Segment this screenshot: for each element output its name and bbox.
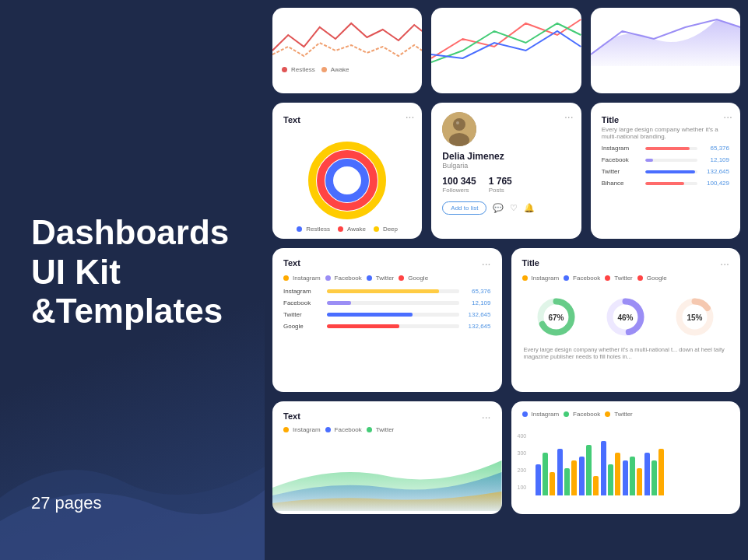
left-panel: Dashboards UI Kit &Templates 27 pages: [0, 0, 265, 560]
concentric-inner: Text ···: [272, 103, 422, 135]
main-title: Dashboards UI Kit &Templates: [31, 213, 234, 331]
bar-progress-title: Text: [283, 258, 300, 268]
right-area: Restless Awake: [265, 0, 748, 560]
multiline-chart: [431, 8, 581, 66]
svg-point-3: [338, 171, 356, 190]
profile-location: Bulgaria: [442, 162, 570, 170]
legend-awake: Awake: [321, 66, 349, 73]
social-rows-sm: Instagram 65,376 Facebook 12,109 Twitter…: [602, 145, 729, 187]
concentric-container: [272, 142, 422, 219]
svg-point-5: [453, 118, 465, 131]
donut-legend: Instagram Facebook Twitter Google: [522, 275, 730, 282]
wave-chart-card: Restless Awake: [272, 8, 422, 93]
donut-subtitle: Every large design company whether it's …: [522, 346, 730, 360]
bar-chart-inner: Instagram Facebook Twitter: [511, 401, 741, 433]
donut-67: 67%: [535, 296, 578, 338]
svg-text:67%: 67%: [549, 313, 564, 322]
social-subtitle-sm: Every large design company whether it's …: [602, 126, 729, 140]
profile-stats: 100 345 Followers 1 765 Posts: [442, 176, 570, 194]
area-chart-top: [591, 8, 740, 66]
donut-15: 15%: [673, 296, 716, 338]
row0-charts: Restless Awake: [272, 8, 740, 93]
multiline-chart-card: [431, 8, 581, 93]
restless-dot: [282, 67, 287, 72]
concentric-svg: [308, 142, 386, 219]
bar-progress-row: Facebook 12,109: [283, 299, 491, 306]
wave-legend: Restless Awake: [272, 66, 422, 79]
bar-progress-row: Twitter 132,645: [283, 311, 491, 318]
social-row-item: Twitter 132,645: [602, 168, 729, 175]
message-icon[interactable]: 💬: [493, 203, 504, 213]
bar-chart-legend: Instagram Facebook Twitter: [522, 411, 730, 418]
bar-progress-row: Google 132,645: [283, 323, 491, 330]
concentric-legend: Restless Awake Deep: [272, 226, 422, 239]
donut-46: 46%: [604, 296, 647, 338]
legend-deep-c: Deep: [374, 226, 398, 233]
donut-inner: Title ··· Instagram Facebook Twitter Goo…: [511, 248, 741, 369]
area-legend: Instagram Facebook Twitter: [283, 426, 491, 433]
social-row-item: Bihance 100,429: [602, 180, 729, 187]
concentric-card: Text ··· Restless Awake: [272, 103, 422, 239]
area-card-inner: Text ··· Instagram Facebook Twitter: [272, 401, 502, 449]
area-chart-card-top: [591, 8, 740, 93]
heart-icon[interactable]: ♡: [510, 203, 518, 213]
social-menu-sm[interactable]: ···: [723, 110, 732, 123]
profile-name: Delia Jimenez: [442, 151, 570, 162]
restless-label: Restless: [291, 66, 315, 73]
bar-progress-inner: Text ··· Instagram Facebook Twitter Goog…: [272, 248, 502, 344]
social-title-sm: Title: [602, 115, 619, 124]
donut-title: Title: [522, 258, 539, 268]
bar-chart-container: 400 300 200 100: [511, 433, 741, 495]
pages-label: 27 pages: [31, 493, 102, 513]
row1-cards: Text ··· Restless Awake: [272, 103, 740, 239]
profile-actions: Add to list 💬 ♡ 🔔: [442, 201, 570, 215]
concentric-title: Text: [283, 115, 300, 124]
row3-cards: Text ··· Instagram Facebook Twitter: [272, 401, 740, 514]
profile-card: ··· Delia Jimenez Bulgaria 100 345 Fo: [431, 103, 581, 239]
bar-progress-row: Instagram 65,376: [283, 288, 491, 295]
profile-inner: ··· Delia Jimenez Bulgaria 100 345 Fo: [431, 103, 581, 224]
bar-progress-menu[interactable]: ···: [482, 257, 491, 270]
bar-chart-card: Instagram Facebook Twitter 400 300 200 1…: [511, 401, 741, 514]
avatar: [442, 112, 476, 146]
social-stats-card-sm: Title ··· Every large design company whe…: [591, 103, 740, 239]
concentric-menu[interactable]: ···: [406, 110, 415, 123]
profile-menu[interactable]: ···: [564, 110, 574, 123]
area-title: Text: [283, 411, 300, 421]
wave-chart: [272, 8, 422, 66]
area-menu[interactable]: ···: [482, 411, 491, 423]
bar-legend: Instagram Facebook Twitter Google: [283, 275, 491, 282]
legend-restless: Restless: [282, 66, 315, 73]
followers-stat: 100 345 Followers: [442, 176, 476, 194]
svg-text:15%: 15%: [687, 313, 703, 322]
svg-point-7: [456, 121, 459, 124]
bar-chart-vis: [529, 433, 670, 495]
donut-row: 67% 46%: [522, 288, 730, 346]
area-chart-vis: [272, 449, 502, 511]
donut-card: Title ··· Instagram Facebook Twitter Goo…: [511, 248, 741, 392]
legend-awake-c: Awake: [338, 226, 366, 233]
area-chart-card: Text ··· Instagram Facebook Twitter: [272, 401, 502, 514]
legend-restless-c: Restless: [297, 226, 330, 233]
social-row-item: Facebook 12,109: [602, 156, 729, 163]
wave-decoration: [0, 404, 265, 560]
social-row-item: Instagram 65,376: [602, 145, 729, 152]
bar-progress-card: Text ··· Instagram Facebook Twitter Goog…: [272, 248, 502, 392]
bell-icon[interactable]: 🔔: [524, 203, 535, 213]
awake-dot: [321, 67, 327, 72]
row2-cards: Text ··· Instagram Facebook Twitter Goog…: [272, 248, 740, 392]
y-axis: 400 300 200 100: [518, 433, 527, 492]
awake-label: Awake: [331, 66, 349, 73]
donut-menu[interactable]: ···: [720, 257, 729, 270]
posts-stat: 1 765 Posts: [489, 176, 512, 194]
social-stats-inner: Title ··· Every large design company whe…: [591, 103, 740, 201]
svg-text:46%: 46%: [618, 313, 634, 322]
add-to-list-button[interactable]: Add to list: [442, 201, 486, 215]
bar-progress-rows: Instagram 65,376 Facebook 12,109 Twitter…: [283, 288, 491, 330]
